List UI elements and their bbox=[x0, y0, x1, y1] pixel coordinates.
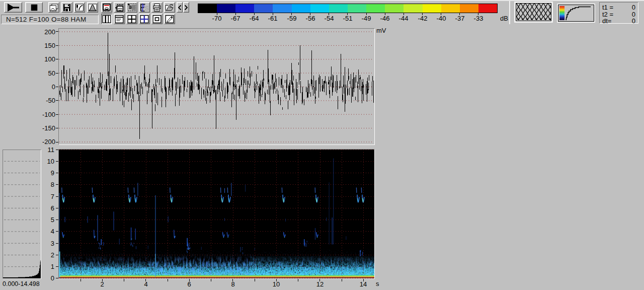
svg-text:S: S bbox=[145, 4, 149, 12]
